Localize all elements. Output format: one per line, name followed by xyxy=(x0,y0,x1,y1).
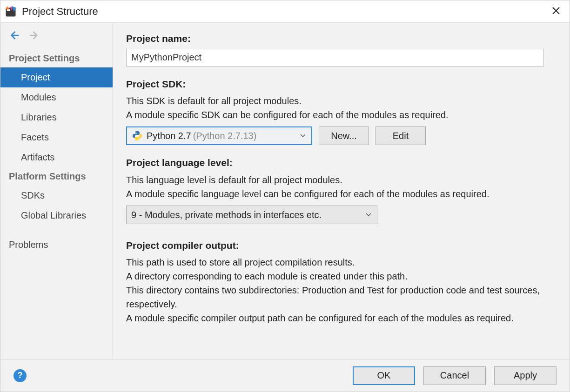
sdk-selected-detail: (Python 2.7.13) xyxy=(193,129,257,143)
sidebar: Project Settings Project Modules Librari… xyxy=(0,23,113,359)
chevron-down-icon xyxy=(299,129,307,143)
project-name-label: Project name: xyxy=(126,31,557,46)
nav-back-icon[interactable] xyxy=(9,30,19,43)
lang-desc-2: A module specific language level can be … xyxy=(126,187,557,201)
sidebar-item-artifacts[interactable]: Artifacts xyxy=(0,147,113,167)
window-title: Project Structure xyxy=(22,6,98,18)
sidebar-item-modules[interactable]: Modules xyxy=(0,87,113,107)
dialog-footer: ? OK Cancel Apply xyxy=(0,359,570,392)
sdk-desc-1: This SDK is default for all project modu… xyxy=(126,94,557,108)
sdk-edit-button[interactable]: Edit xyxy=(376,126,426,145)
nav-forward-icon[interactable] xyxy=(29,30,40,43)
output-desc-2: A directory corresponding to each module… xyxy=(126,269,557,283)
help-icon[interactable]: ? xyxy=(13,369,27,382)
output-desc-3: This directory contains two subdirectori… xyxy=(126,283,557,311)
compiler-output-label: Project compiler output: xyxy=(126,238,557,253)
svg-point-2 xyxy=(135,132,136,133)
project-name-input[interactable] xyxy=(126,49,544,66)
project-sdk-label: Project SDK: xyxy=(126,77,557,92)
close-icon[interactable] xyxy=(547,4,565,20)
main-panel: Project name: Project SDK: This SDK is d… xyxy=(113,23,570,359)
sdk-selected-name: Python 2.7 xyxy=(147,129,191,143)
sidebar-item-global-libraries[interactable]: Global Libraries xyxy=(0,206,113,226)
sidebar-item-facets[interactable]: Facets xyxy=(0,127,113,147)
sidebar-item-sdks[interactable]: SDKs xyxy=(0,186,113,206)
sidebar-section-project-settings: Project Settings xyxy=(0,49,113,67)
output-desc-4: A module specific compiler output path c… xyxy=(126,311,557,325)
language-level-combo[interactable]: 9 - Modules, private methods in interfac… xyxy=(126,206,377,224)
output-desc-1: This path is used to store all project c… xyxy=(126,255,557,269)
python-icon xyxy=(132,130,143,141)
intellij-icon xyxy=(4,5,17,18)
cancel-button[interactable]: Cancel xyxy=(423,366,486,385)
titlebar: Project Structure xyxy=(0,0,570,23)
sidebar-item-libraries[interactable]: Libraries xyxy=(0,107,113,127)
sidebar-item-problems[interactable]: Problems xyxy=(0,235,113,255)
sidebar-item-project[interactable]: Project xyxy=(0,67,113,87)
sdk-desc-2: A module specific SDK can be configured … xyxy=(126,108,557,122)
sdk-new-button[interactable]: New... xyxy=(319,126,369,145)
chevron-down-icon xyxy=(365,208,372,222)
svg-point-3 xyxy=(138,139,139,140)
apply-button[interactable]: Apply xyxy=(494,366,557,385)
ok-button[interactable]: OK xyxy=(353,366,415,385)
lang-desc-1: This language level is default for all p… xyxy=(126,173,557,187)
project-sdk-combo[interactable]: Python 2.7 (Python 2.7.13) xyxy=(126,126,312,145)
sidebar-section-platform-settings: Platform Settings xyxy=(0,167,113,186)
language-level-selected: 9 - Modules, private methods in interfac… xyxy=(131,208,322,222)
language-level-label: Project language level: xyxy=(126,155,557,170)
